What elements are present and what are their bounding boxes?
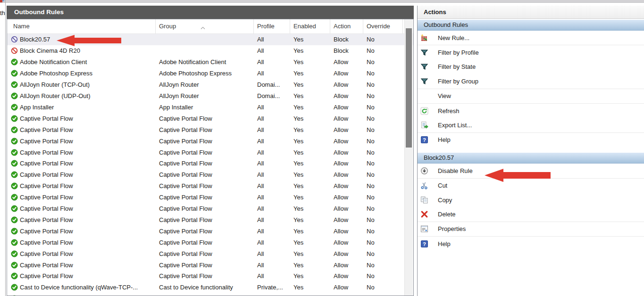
rule-override-cell: No (363, 194, 403, 201)
rule-name-text: Captive Portal Flow (20, 262, 73, 269)
rule-row[interactable]: AllJoyn Router (TCP-Out) AllJoyn Router … (7, 79, 413, 90)
rule-action-cell: Allow (330, 115, 363, 122)
rule-row[interactable]: Captive Portal Flow Captive Portal Flow … (7, 169, 413, 181)
rule-name-text: AllJoyn Router (TCP-Out) (20, 81, 90, 88)
allow-icon (11, 115, 18, 122)
rule-row[interactable]: Captive Portal Flow Captive Portal Flow … (7, 237, 413, 248)
column-header-action[interactable]: Action (330, 19, 363, 33)
column-header-override[interactable]: Override (363, 19, 403, 33)
action-item-filter-by-profile[interactable]: Filter by Profile (418, 45, 644, 59)
annotation-arrow-head (485, 169, 503, 182)
rule-name-cell: Captive Portal Flow (7, 182, 156, 189)
rule-row[interactable]: AllJoyn Router (UDP-Out) AllJoyn Router … (7, 90, 413, 102)
action-item-view[interactable]: View (418, 89, 644, 104)
actions-section-header[interactable]: Block20.57 (418, 153, 644, 164)
action-item-delete[interactable]: Delete (418, 207, 644, 222)
rule-profile-cell: All (254, 58, 290, 66)
rule-name-cell: App Installer (7, 104, 156, 111)
rule-row[interactable]: Captive Portal Flow Captive Portal Flow … (7, 147, 413, 158)
action-item-label: Filter by State (438, 63, 476, 70)
rule-row[interactable]: Captive Portal Flow Captive Portal Flow … (7, 271, 413, 282)
action-item-new-rule[interactable]: New Rule... (418, 31, 644, 45)
rule-name-cell: Captive Portal Flow (7, 149, 156, 156)
rule-name-cell: AllJoyn Router (TCP-Out) (7, 81, 156, 88)
allow-icon (11, 272, 18, 280)
allow-icon (11, 171, 18, 178)
rule-profile-cell: All (254, 126, 290, 133)
rule-row[interactable]: Captive Portal Flow Captive Portal Flow … (7, 181, 413, 192)
allow-icon (11, 70, 18, 77)
rule-name-cell: Captive Portal Flow (7, 126, 156, 133)
rule-override-cell: No (363, 228, 403, 235)
rule-row[interactable]: Captive Portal Flow Captive Portal Flow … (7, 124, 413, 135)
rule-enabled-cell: Yes (290, 92, 330, 99)
rule-action-cell: Allow (330, 160, 363, 167)
scrollbar-thumb[interactable] (406, 28, 412, 148)
actions-section-header[interactable]: Outbound Rules (418, 20, 644, 31)
rule-row[interactable]: Captive Portal Flow Captive Portal Flow … (7, 248, 413, 259)
rule-group-cell: Captive Portal Flow (156, 115, 254, 122)
rule-group-cell: Captive Portal Flow (156, 239, 254, 246)
rule-profile-cell: All (254, 272, 290, 280)
annotation-arrow-tail (503, 172, 551, 179)
rule-override-cell: No (363, 262, 403, 269)
rule-profile-cell: All (254, 262, 290, 269)
rule-row[interactable]: Captive Portal Flow Captive Portal Flow … (7, 225, 413, 237)
rule-name-text: App Installer (20, 104, 54, 111)
annotation-arrow-tail (75, 38, 121, 43)
vertical-scrollbar[interactable] (404, 19, 413, 296)
rule-row[interactable]: Adobe Photoshop Express Adobe Photoshop … (7, 68, 413, 79)
rule-row[interactable]: Block Cinema 4D R20 All Yes Block No (7, 45, 413, 57)
rule-name-text: Captive Portal Flow (20, 272, 73, 280)
column-header-profile[interactable]: Profile (254, 19, 290, 33)
rule-enabled-cell: Yes (290, 205, 330, 212)
action-item-refresh[interactable]: Refresh (418, 104, 644, 118)
rule-enabled-cell: Yes (290, 47, 330, 54)
rule-action-cell: Allow (330, 228, 363, 235)
column-header-name[interactable]: Name (7, 19, 156, 33)
rule-row[interactable]: Captive Portal Flow Captive Portal Flow … (7, 259, 413, 271)
action-item-properties[interactable]: Properties (418, 222, 644, 237)
rule-group-cell: Captive Portal Flow (156, 205, 254, 212)
rule-profile-cell: All (254, 250, 290, 257)
rule-enabled-cell: Yes (290, 160, 330, 167)
rule-row[interactable]: Captive Portal Flow Captive Portal Flow … (7, 158, 413, 169)
action-item-help[interactable]: ? Help (418, 237, 644, 251)
rule-profile-cell: All (254, 149, 290, 156)
rule-row[interactable]: Adobe Notification Client Adobe Notifica… (7, 57, 413, 68)
action-item-label: New Rule... (438, 34, 469, 41)
annotation-arrow-rule (57, 35, 121, 46)
rule-row[interactable]: Captive Portal Flow Captive Portal Flow … (7, 135, 413, 147)
rules-list: NameGroupProfileEnabledActionOverride Bl… (7, 19, 414, 296)
rule-name-text: Captive Portal Flow (20, 250, 73, 257)
column-header-group[interactable]: Group (156, 19, 254, 33)
rule-profile-cell: All (254, 104, 290, 111)
allow-icon (11, 182, 18, 189)
rule-profile-cell: All (254, 36, 290, 43)
rule-row[interactable]: App Installer App Installer All Yes Allo… (7, 101, 413, 113)
rule-name-cell: Captive Portal Flow (7, 115, 156, 122)
rule-row[interactable]: Captive Portal Flow Captive Portal Flow … (7, 203, 413, 214)
action-item-export-list[interactable]: Export List... (418, 118, 644, 132)
rule-override-cell: No (363, 216, 403, 223)
action-item-help[interactable]: ? Help (418, 133, 644, 147)
rule-name-text: Captive Portal Flow (20, 171, 73, 178)
rule-row[interactable]: Captive Portal Flow Captive Portal Flow … (7, 113, 413, 124)
rule-row[interactable]: Captive Portal Flow Captive Portal Flow … (7, 192, 413, 203)
rule-row[interactable]: Captive Portal Flow Captive Portal Flow … (7, 214, 413, 226)
action-item-copy[interactable]: Copy (418, 193, 644, 207)
rule-row[interactable]: Cast to Device functionality (qWave-UDP-… (7, 293, 413, 296)
rule-row[interactable]: Cast to Device functionality (qWave-TCP-… (7, 282, 413, 293)
column-header-enabled[interactable]: Enabled (290, 19, 330, 33)
rule-enabled-cell: Yes (290, 36, 330, 43)
rule-action-cell: Allow (330, 104, 363, 111)
action-item-filter-by-state[interactable]: Filter by State (418, 60, 644, 74)
column-header-row: NameGroupProfileEnabledActionOverride (7, 19, 413, 34)
action-item-filter-by-group[interactable]: Filter by Group (418, 74, 644, 89)
rule-group-cell: Adobe Photoshop Express (156, 70, 254, 77)
sort-ascending-icon (201, 20, 205, 34)
rule-profile-cell: All (254, 160, 290, 167)
rule-action-cell: Allow (330, 216, 363, 223)
rule-enabled-cell: Yes (290, 81, 330, 88)
rule-name-text: Captive Portal Flow (20, 115, 73, 122)
